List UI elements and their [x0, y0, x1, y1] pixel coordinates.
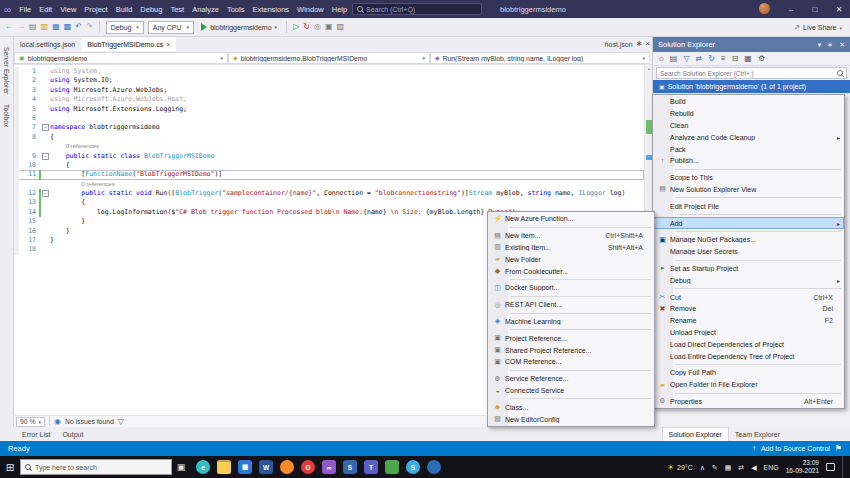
new-file-icon[interactable]: ▤: [29, 23, 37, 31]
menu-item-set-as-startup-project[interactable]: ▸Set as Startup Project: [653, 263, 844, 275]
menu-item-new-azure-function[interactable]: ⚡New Azure Function...: [488, 213, 654, 225]
start-without-debugging-icon[interactable]: ▷: [293, 23, 299, 31]
menu-item-scope-to-this[interactable]: Scope to This: [653, 172, 844, 184]
codelens-references[interactable]: 0 references: [81, 181, 114, 187]
navbar-dropdown-blobtriggermsidemo-blobtrigger[interactable]: ◆blobtriggermsidemo.BlobTriggerMSIDemo▾: [228, 52, 430, 64]
menu-edit[interactable]: Edit: [35, 5, 56, 14]
close-icon[interactable]: ×: [645, 40, 650, 48]
solution-node[interactable]: ▣ Solution 'blobtriggermsidemo' (1 of 1 …: [653, 80, 850, 93]
save-icon[interactable]: ▦: [52, 23, 60, 31]
code-line-9[interactable]: 9− public static class BlobTriggerMSIDem…: [14, 152, 644, 161]
menu-item-load-entire-dependency-tree-of-project[interactable]: Load Entire Dependency Tree of Project: [653, 350, 844, 362]
firefox-icon[interactable]: [280, 460, 294, 474]
menu-item-existing-item[interactable]: ▥Existing Item...Shift+Alt+A: [488, 242, 654, 254]
navbar-dropdown-blobtriggermsidemo[interactable]: ▣blobtriggermsidemo▾: [14, 52, 228, 64]
codelens-references[interactable]: 0 references: [66, 143, 99, 149]
menu-item-machine-learning[interactable]: ◈Machine Learning: [488, 316, 654, 328]
sidebar-tab-server-explorer[interactable]: Server Explorer: [3, 47, 10, 94]
code-line-3[interactable]: 3using Microsoft.Azure.WebJobs;: [14, 86, 644, 95]
menu-item-new-item[interactable]: ▤New Item...Ctrl+Shift+A: [488, 230, 654, 242]
zoom-dropdown[interactable]: 90 % ▾: [16, 417, 45, 427]
code-line-11[interactable]: 11 [FunctionName("BlobTriggerMSIDemo")]: [14, 170, 644, 179]
menu-item-debug[interactable]: Debug▸: [653, 274, 844, 286]
edge-icon[interactable]: e: [196, 460, 210, 474]
forward-icon[interactable]: →: [17, 23, 25, 31]
source-control-area[interactable]: ↑ Add to Source Control ⚑: [752, 445, 842, 453]
switch-views-icon[interactable]: ▤: [670, 55, 678, 63]
solution-explorer-title-bar[interactable]: Solution Explorer ▾ ∗ ✕: [653, 37, 850, 52]
menu-help[interactable]: Help: [328, 5, 351, 14]
navbar-dropdown-run-stream-myblob-string-name-[interactable]: ◆Run(Stream myBlob, string name, ILogger…: [430, 52, 650, 64]
menu-item-new-editorconfig[interactable]: ▧New EditorConfig: [488, 413, 654, 425]
menu-item-publish[interactable]: ↑Publish...: [653, 155, 844, 167]
menu-item-new-solution-explorer-view[interactable]: ▤New Solution Explorer View: [653, 184, 844, 196]
collapse-all-icon[interactable]: ⊟: [732, 55, 739, 63]
menu-item-load-direct-dependencies-of-project[interactable]: Load Direct Dependencies of Project: [653, 338, 844, 350]
maximize-button[interactable]: □: [804, 0, 826, 18]
menu-item-shared-project-reference[interactable]: ▣Shared Project Reference...: [488, 344, 654, 356]
visual-studio-icon[interactable]: ∞: [322, 460, 336, 474]
taskbar-search-box[interactable]: Type here to search: [20, 459, 172, 475]
open-file-icon[interactable]: ▥: [41, 23, 49, 31]
menu-view[interactable]: View: [56, 5, 80, 14]
sql-server-icon[interactable]: S: [343, 460, 357, 474]
redo-icon[interactable]: ↷: [86, 23, 93, 31]
back-icon[interactable]: ←: [5, 23, 13, 31]
preview-tab-host-json[interactable]: host.json ∗ ×: [605, 37, 650, 51]
code-line-7[interactable]: 7−namespace blobtriggermsidemo: [14, 123, 644, 132]
menu-item-service-reference[interactable]: ⚙Service Reference...: [488, 373, 654, 385]
menu-debug[interactable]: Debug: [136, 5, 166, 14]
menu-item-edit-project-file[interactable]: Edit Project File: [653, 200, 844, 212]
filter-icon[interactable]: ▽: [118, 418, 124, 426]
document-tab-blobtriggermsidemo-cs[interactable]: BlobTriggerMSIDemo.cs×: [81, 37, 176, 51]
show-all-files-icon[interactable]: ▦: [744, 55, 752, 63]
menu-item-rebuild[interactable]: Rebuild: [653, 108, 844, 120]
save-all-icon[interactable]: ▩: [64, 23, 72, 31]
menu-item-analyze-and-code-cleanup[interactable]: Analyze and Code Cleanup▸: [653, 131, 844, 143]
close-icon[interactable]: ×: [166, 41, 170, 48]
weather-widget[interactable]: ☀ 29°C: [667, 463, 693, 472]
menu-item-open-folder-in-file-explorer[interactable]: ▰Open Folder in File Explorer: [653, 379, 844, 391]
menu-item-new-folder[interactable]: ▰New Folder: [488, 253, 654, 265]
menu-item-properties[interactable]: ⚙PropertiesAlt+Enter: [653, 396, 844, 408]
notifications-icon[interactable]: ⚑: [835, 445, 842, 453]
menu-test[interactable]: Test: [166, 5, 188, 14]
menu-tools[interactable]: Tools: [223, 5, 249, 14]
task-view-icon[interactable]: ▣: [172, 462, 190, 472]
menu-item-rest-api-client[interactable]: ◎REST API Client...: [488, 299, 654, 311]
teams-icon[interactable]: T: [364, 460, 378, 474]
file-explorer-icon[interactable]: [217, 460, 231, 474]
close-icon[interactable]: ✕: [839, 41, 845, 49]
menu-item-from-cookiecutter[interactable]: ◆From Cookiecutter...: [488, 265, 654, 277]
live-share-button[interactable]: ↗ Live Share ▾: [793, 18, 842, 37]
solution-configurations-dropdown[interactable]: Debug ▾: [106, 21, 144, 34]
pin-icon[interactable]: ∗: [827, 41, 833, 49]
menu-file[interactable]: File: [15, 5, 35, 14]
undo-icon[interactable]: ↶: [75, 23, 82, 31]
menu-item-clean[interactable]: Clean: [653, 120, 844, 132]
solution-explorer-search[interactable]: Search Solution Explorer (Ctrl+;): [653, 66, 850, 80]
menu-item-class[interactable]: ◆Class...: [488, 401, 654, 413]
menu-build[interactable]: Build: [112, 5, 137, 14]
pin-icon[interactable]: ∗: [636, 40, 643, 48]
volume-icon[interactable]: ◀: [751, 464, 756, 471]
blue-app-icon[interactable]: [427, 460, 441, 474]
menu-analyze[interactable]: Analyze: [188, 5, 223, 14]
pending-changes-filter-icon[interactable]: ▽: [683, 55, 689, 63]
code-line-4[interactable]: 4using Microsoft.Azure.WebJobs.Host;: [14, 95, 644, 104]
nest-files-icon[interactable]: ≡: [721, 55, 726, 63]
store-icon[interactable]: ▦: [238, 460, 252, 474]
sync-with-active-document-icon[interactable]: ⇄: [696, 55, 703, 63]
menu-item-docker-support[interactable]: ◫Docker Support...: [488, 282, 654, 294]
green-app-icon[interactable]: [385, 460, 399, 474]
collapse-icon[interactable]: −: [42, 190, 49, 197]
hidden-icons-chevron-icon[interactable]: ∧: [700, 464, 705, 471]
breakpoint-margin[interactable]: [14, 142, 19, 151]
code-line-12[interactable]: 12− public static void Run([BlobTrigger(…: [14, 189, 644, 198]
tab-error-list[interactable]: Error List: [16, 427, 56, 441]
menu-item-com-reference[interactable]: ▣COM Reference...: [488, 356, 654, 368]
menu-item-cut[interactable]: ✂CutCtrl+X: [653, 291, 844, 303]
user-avatar[interactable]: [759, 3, 770, 14]
menu-item-rename[interactable]: RenameF2: [653, 315, 844, 327]
touch-keyboard-icon[interactable]: ▦: [725, 464, 732, 471]
